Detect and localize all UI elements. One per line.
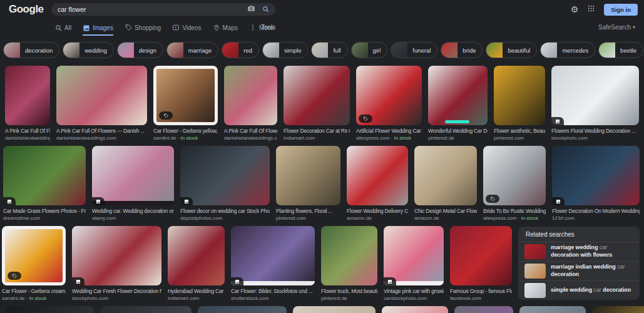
result-thumbnail[interactable]	[3, 146, 86, 205]
partial-thumbnail[interactable]	[592, 306, 644, 313]
result-thumbnail[interactable]	[2, 226, 66, 285]
result-title[interactable]: Flower truck, Most beautifu...	[321, 288, 377, 295]
partial-thumbnail[interactable]	[100, 306, 192, 313]
result-title[interactable]: Wedding Car Fresh Flower Decoration Red …	[72, 288, 161, 295]
result-domain[interactable]: shutterstock.com	[231, 295, 315, 302]
result-title[interactable]: Flower Decoration Car at Rs 600...	[284, 128, 350, 135]
tools-button[interactable]: Tools	[261, 24, 275, 31]
result-title[interactable]: Planting flowers, Floral ...	[276, 208, 340, 215]
result-thumbnail[interactable]	[168, 226, 225, 285]
tab-shopping[interactable]: Shopping	[125, 24, 161, 36]
result-thumbnail[interactable]	[72, 226, 161, 285]
result-title[interactable]: Flower Wedding Delivery Car D...	[347, 208, 408, 215]
result-thumbnail[interactable]	[231, 226, 315, 285]
result-thumbnail[interactable]	[494, 66, 545, 125]
related-item[interactable]: simple wedding car decoration	[518, 280, 640, 300]
chip-beautiful[interactable]: beautiful	[486, 42, 537, 58]
partial-thumbnail[interactable]	[454, 306, 513, 313]
result-domain[interactable]: dreamstime.com	[3, 215, 86, 222]
result-title[interactable]: Flower Decoration On Modern Wedding Car …	[552, 208, 640, 215]
result-title[interactable]: Bride To Be Rustic Wedding Ca...	[483, 208, 546, 215]
result-thumbnail[interactable]	[428, 66, 488, 125]
result-domain[interactable]: istockphoto.com	[72, 295, 161, 302]
result-domain[interactable]: pinterest.com	[494, 135, 545, 142]
result-thumbnail[interactable]	[276, 146, 340, 205]
related-item[interactable]: marriage indian wedding car decoration	[518, 261, 640, 280]
result-domain[interactable]: istockphoto.com	[551, 135, 639, 142]
tab-all[interactable]: All	[55, 24, 71, 36]
result-thumbnail[interactable]	[153, 66, 218, 125]
result-title[interactable]: A Pink Car Full Of Flowers...	[224, 128, 277, 135]
result-title[interactable]: Artificial Flower Wedding Car ...	[356, 128, 422, 135]
result-thumbnail[interactable]	[552, 146, 640, 205]
result-thumbnail[interactable]	[551, 66, 639, 125]
result-thumbnail[interactable]	[347, 146, 408, 205]
result-domain[interactable]: pinterest.de	[321, 295, 377, 302]
result-domain[interactable]: danishislandweddings.co...	[5, 135, 50, 142]
chip-marriage[interactable]: marriage	[166, 42, 219, 58]
camera-icon[interactable]	[247, 4, 255, 15]
result-thumbnail[interactable]	[450, 226, 512, 285]
result-thumbnail[interactable]	[56, 66, 147, 125]
result-title[interactable]: Wedding car. Wedding decoration on ...	[92, 208, 174, 215]
search-icon[interactable]	[262, 4, 269, 15]
result-title[interactable]: Flowers Floral Wedding Decoration ...	[551, 128, 639, 135]
result-domain[interactable]: amazon.de	[347, 215, 408, 222]
result-domain[interactable]: amazon.de	[414, 215, 477, 222]
result-domain[interactable]: canstockphoto.com	[384, 295, 444, 302]
chip-mercedes[interactable]: mercedes	[540, 42, 595, 58]
related-item[interactable]: marriage wedding car decoration with flo…	[518, 242, 640, 261]
result-thumbnail[interactable]	[5, 66, 50, 125]
chip-design[interactable]: design	[117, 42, 163, 58]
result-domain[interactable]: indiamart.com	[284, 135, 350, 142]
safesearch-button[interactable]: SafeSearch ▾	[598, 24, 635, 31]
result-title[interactable]: Flower decor on wedding car Stock Photo …	[180, 208, 270, 215]
chip-full[interactable]: full	[311, 42, 347, 58]
google-logo[interactable]: Google	[9, 3, 45, 16]
partial-thumbnail[interactable]	[6, 306, 94, 313]
result-title[interactable]: Chic Design Metal Car Flower P...	[414, 208, 477, 215]
result-domain[interactable]: danishislandweddings.com	[224, 135, 277, 142]
result-thumbnail[interactable]	[414, 146, 477, 205]
result-domain[interactable]: facebook.com	[450, 295, 512, 302]
result-title[interactable]: Vintage pink car with growing ...	[384, 288, 444, 295]
result-domain[interactable]: danishislandweddings.com	[56, 135, 147, 142]
sign-in-button[interactable]: Sign in	[604, 4, 638, 16]
result-domain[interactable]: pinterest.de	[428, 135, 488, 142]
result-domain[interactable]: sandini.de · In stock	[2, 295, 66, 302]
result-title[interactable]: Car Flower - Gerbera yellow, 12,9...	[153, 128, 218, 135]
apps-grid-icon[interactable]	[587, 4, 595, 15]
chip-funeral[interactable]: funeral	[391, 42, 437, 58]
result-domain[interactable]: depositphotos.com	[180, 215, 270, 222]
settings-gear-icon[interactable]: ⚙	[571, 5, 579, 14]
result-thumbnail[interactable]	[224, 66, 277, 125]
result-thumbnail[interactable]	[284, 66, 350, 125]
result-domain[interactable]: aliexpress.com · In stock	[356, 135, 422, 142]
result-domain[interactable]: pinterest.com	[276, 215, 340, 222]
result-title[interactable]: A Pink Car Full Of Flowers — Danish ...	[56, 128, 147, 135]
result-thumbnail[interactable]	[384, 226, 444, 285]
result-title[interactable]: Flower aesthetic, Beautif...	[494, 128, 545, 135]
result-thumbnail[interactable]	[356, 66, 422, 125]
tab-images[interactable]: Images	[83, 24, 113, 36]
result-title[interactable]: Car Flower - Gerbera cream, 12...	[2, 288, 66, 295]
partial-thumbnail[interactable]	[198, 306, 287, 313]
partial-thumbnail[interactable]	[382, 306, 448, 313]
result-thumbnail[interactable]	[483, 146, 546, 205]
tab-maps[interactable]: Maps	[213, 24, 238, 36]
result-domain[interactable]: sandini.de · In stock	[153, 135, 218, 142]
chip-decoration[interactable]: decoration	[3, 42, 59, 58]
result-title[interactable]: Famous Group - famous Flowe...	[450, 288, 512, 295]
result-domain[interactable]: alamy.com	[92, 215, 174, 222]
result-title[interactable]: Car Flower: Bilder, Stockfotos und ...	[231, 288, 315, 295]
partial-thumbnail[interactable]	[293, 306, 376, 313]
result-domain[interactable]: aliexpress.com · In stock	[483, 215, 546, 222]
result-title[interactable]: Wonderful Wedding Car Deco...	[428, 128, 488, 135]
result-domain[interactable]: indiamart.com	[168, 295, 225, 302]
result-thumbnail[interactable]	[180, 146, 270, 205]
result-domain[interactable]: 123rf.com	[552, 215, 640, 222]
partial-thumbnail[interactable]	[519, 306, 586, 313]
result-title[interactable]: Hyderabad Wedding Car Flo...	[168, 288, 225, 295]
chip-red[interactable]: red	[222, 42, 259, 58]
tab-videos[interactable]: Videos	[172, 24, 201, 36]
